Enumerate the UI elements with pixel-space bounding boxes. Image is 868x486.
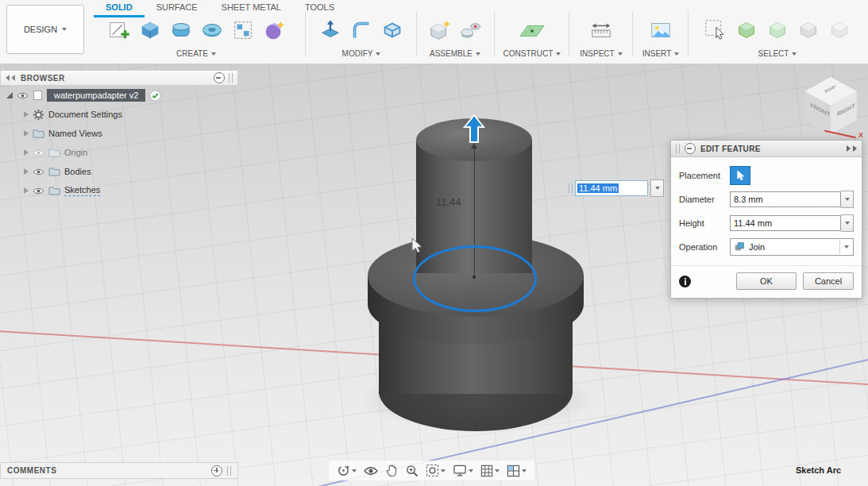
ok-button[interactable]: OK: [736, 272, 797, 290]
eye-off-icon[interactable]: [33, 148, 44, 157]
comments-bar[interactable]: COMMENTS: [0, 462, 238, 479]
inspect-menu[interactable]: INSPECT: [573, 49, 629, 58]
browser-header[interactable]: BROWSER: [0, 70, 238, 86]
pattern-icon: [231, 18, 255, 42]
expander-icon[interactable]: [24, 187, 29, 194]
modify-menu[interactable]: MODIFY: [311, 49, 411, 58]
create-form-button[interactable]: [260, 17, 287, 44]
expander-icon[interactable]: [24, 149, 29, 156]
diameter-dropdown-button[interactable]: [841, 191, 854, 208]
grid-settings-button[interactable]: [480, 465, 500, 477]
browser-row-root[interactable]: waterpumpadapter v2: [0, 86, 238, 105]
joint-button[interactable]: [457, 17, 484, 44]
construct-plane-button[interactable]: [515, 17, 550, 44]
expander-open-icon[interactable]: [6, 92, 13, 98]
primitive-box-button[interactable]: [137, 17, 164, 44]
dialog-body: Placement Diameter 8.3 mm Height 11.44 m…: [671, 157, 862, 262]
expand-dialog-icon[interactable]: [853, 145, 857, 152]
height-input[interactable]: 11.44 mm: [730, 215, 841, 231]
viewports-button[interactable]: [507, 465, 527, 477]
browser-title: BROWSER: [21, 74, 65, 83]
operation-row: Operation Join: [679, 235, 854, 259]
create-sketch-button[interactable]: [106, 17, 133, 44]
fit-button[interactable]: [426, 464, 446, 477]
dialog-grip-icon[interactable]: [676, 144, 680, 153]
minimize-panel-icon[interactable]: [214, 72, 225, 83]
select-vertex-button[interactable]: [826, 17, 853, 44]
collapse-dialog-icon[interactable]: [685, 143, 696, 154]
look-at-button[interactable]: [364, 465, 378, 476]
pattern-button[interactable]: [230, 17, 257, 44]
design-menu-button[interactable]: DESIGN: [6, 5, 84, 54]
operation-dropdown-button[interactable]: [839, 240, 853, 254]
panel-grip-icon[interactable]: [229, 73, 233, 83]
assemble-menu[interactable]: ASSEMBLE: [421, 49, 489, 58]
add-comment-icon[interactable]: [211, 465, 222, 476]
eye-icon[interactable]: [33, 187, 44, 195]
chevron-down-icon: [441, 469, 446, 472]
folder-icon: [48, 148, 60, 157]
info-icon[interactable]: [679, 276, 691, 287]
height-row: Height 11.44 mm: [679, 211, 854, 235]
browser-panel: BROWSER waterpumpadapter v2 Document Set…: [0, 70, 238, 200]
dimension-input[interactable]: 11.44 mm: [575, 180, 648, 196]
operation-select[interactable]: Join: [730, 238, 854, 256]
viewcube[interactable]: TOP FRONT RIGHT: [797, 73, 865, 138]
toolbar-group-assemble: ASSEMBLE: [421, 13, 489, 62]
browser-row-named-views[interactable]: Named Views: [0, 124, 238, 143]
placement-select-button[interactable]: [730, 166, 750, 185]
navigation-toolbar: [329, 461, 534, 480]
browser-row-bodies[interactable]: Bodies: [0, 162, 238, 181]
select-edge-button[interactable]: [795, 17, 822, 44]
fillet-button[interactable]: [348, 17, 375, 44]
expander-icon[interactable]: [24, 111, 29, 118]
new-component-button[interactable]: [426, 17, 453, 44]
expander-icon[interactable]: [24, 168, 29, 175]
height-dropdown-button[interactable]: [841, 214, 854, 232]
zoom-button[interactable]: [405, 464, 419, 477]
primitive-cylinder-button[interactable]: [168, 17, 195, 44]
measure-icon: [589, 18, 613, 42]
display-settings-button[interactable]: [453, 464, 473, 477]
panel-grip-icon[interactable]: [227, 466, 231, 476]
select-vertex-cube-icon: [827, 18, 851, 42]
comments-title: COMMENTS: [7, 466, 56, 475]
press-pull-button[interactable]: [317, 17, 344, 44]
insert-button[interactable]: [647, 17, 674, 44]
browser-row-origin[interactable]: Origin: [0, 143, 238, 162]
expander-icon[interactable]: [24, 130, 29, 137]
browser-item-label: Bodies: [64, 167, 91, 176]
orbit-button[interactable]: [337, 464, 357, 477]
primitive-torus-button[interactable]: [199, 17, 226, 44]
construct-menu[interactable]: CONSTRUCT: [499, 49, 565, 58]
expand-dialog-icon[interactable]: [847, 145, 851, 152]
selected-edge-ellipse[interactable]: [413, 245, 537, 312]
extrude-arrow-manipulator[interactable]: [462, 114, 486, 144]
select-tool-button[interactable]: [702, 17, 729, 44]
cancel-button[interactable]: Cancel: [803, 272, 854, 290]
chevron-down-icon: [62, 28, 67, 31]
chevron-down-icon: [674, 52, 679, 56]
browser-item-label: Origin: [64, 148, 87, 157]
browser-row-sketches[interactable]: Sketches: [0, 181, 238, 200]
root-component-label[interactable]: waterpumpadapter v2: [47, 89, 145, 102]
eye-icon[interactable]: [33, 168, 44, 176]
select-body-button[interactable]: [733, 17, 760, 44]
browser-item-label: Sketches: [64, 185, 100, 196]
measure-button[interactable]: [588, 17, 615, 44]
drag-handle-icon[interactable]: [569, 183, 573, 193]
create-menu[interactable]: CREATE: [92, 49, 300, 58]
diameter-input[interactable]: 8.3 mm: [730, 191, 841, 207]
shell-icon: [380, 18, 404, 42]
chevron-down-icon: [618, 52, 623, 56]
dimension-dropdown-button[interactable]: [650, 179, 664, 197]
insert-menu[interactable]: INSERT: [635, 49, 686, 58]
shell-button[interactable]: [379, 17, 406, 44]
pan-button[interactable]: [385, 464, 398, 477]
dialog-header[interactable]: EDIT FEATURE: [671, 141, 862, 157]
select-face-button[interactable]: [764, 17, 791, 44]
eye-icon[interactable]: [17, 91, 29, 100]
height-label: Height: [679, 218, 730, 228]
select-menu[interactable]: SELECT: [691, 49, 864, 58]
browser-row-document-settings[interactable]: Document Settings: [0, 105, 238, 124]
